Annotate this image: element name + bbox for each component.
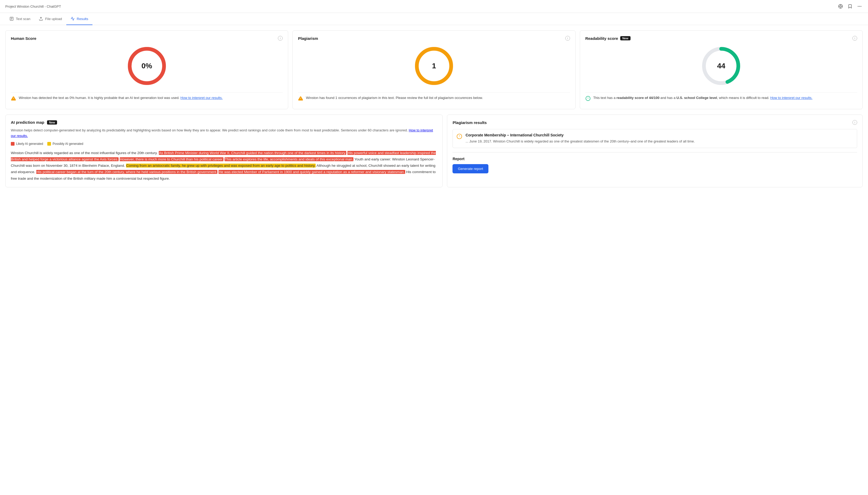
tab-file-upload-label: File upload	[45, 17, 62, 21]
plagiarism-results-title: Plagiarism results	[453, 120, 487, 125]
tab-text-scan[interactable]: Text scan	[5, 13, 35, 25]
plagiarism-results-header: Plagiarism results i	[453, 120, 857, 125]
human-score-donut: 0%	[126, 45, 168, 87]
tab-file-upload[interactable]: File upload	[35, 13, 66, 25]
score-cards-row: Human Score i 0% W	[5, 30, 863, 109]
ai-prediction-title: AI prediction map	[11, 120, 44, 124]
plagiarism-header: Plagiarism i	[298, 36, 570, 41]
ai-prediction-badge: New	[47, 120, 57, 124]
header-icon-group	[837, 3, 863, 10]
readability-link[interactable]: How to interpret our results.	[770, 96, 813, 100]
readability-badge: New	[620, 36, 630, 40]
legend-red-dot	[11, 142, 15, 146]
plagiarism-result-item: Corporate Membership – International Chu…	[453, 129, 857, 148]
readability-title: Readability score New	[585, 36, 630, 41]
legend-yellow-dot	[47, 142, 51, 146]
readability-donut: 44	[700, 45, 742, 87]
plag-source-title: Corporate Membership – International Chu…	[465, 133, 695, 137]
human-score-alert: Winston has detected the text as 0% huma…	[11, 92, 283, 104]
readability-info-icon[interactable]: i	[852, 36, 857, 41]
human-score-link[interactable]: How to interpret our results.	[180, 96, 223, 100]
human-score-info-icon[interactable]: i	[278, 36, 283, 41]
legend-likely-label: Likely AI generated	[16, 142, 43, 146]
report-title: Report	[453, 157, 857, 161]
readability-header: Readability score New i	[585, 36, 857, 41]
svg-point-1	[840, 5, 841, 7]
readability-card: Readability score New i 44	[580, 30, 863, 109]
plagiarism-results-info-icon[interactable]: i	[852, 120, 857, 125]
plagiarism-results-list: Corporate Membership – International Chu…	[453, 129, 857, 148]
ai-prediction-description: Winston helps detect computer-generated …	[11, 128, 437, 139]
ai-prediction-panel: AI prediction map New Winston helps dete…	[5, 115, 443, 187]
readability-alert-text: This text has a readability score of 44/…	[593, 95, 813, 101]
readability-chart: 44	[585, 45, 857, 87]
readability-alert: This text has a readability score of 44/…	[585, 92, 857, 104]
readability-value: 44	[717, 62, 725, 70]
svg-point-8	[861, 6, 862, 7]
plagiarism-card: Plagiarism i 1 Win	[292, 30, 575, 109]
segment-red-3: However, there is much more to Churchill…	[120, 157, 224, 161]
generate-report-button[interactable]: Generate report	[453, 164, 488, 173]
ai-prediction-legend: Likely AI generated Possibly AI generate…	[11, 142, 437, 146]
segment-red-4: This article explores the life, accompli…	[225, 157, 354, 161]
bookmark-icon[interactable]	[847, 3, 853, 10]
nav-tabs: Text scan File upload Results	[0, 13, 868, 25]
human-score-title: Human Score	[11, 36, 36, 41]
app-title: Project Winston Churchill - ChatGPT	[5, 4, 61, 8]
plagiarism-alert-text: Winston has found 1 occurrences of plagi…	[306, 95, 483, 101]
human-score-alert-text: Winston has detected the text as 0% huma…	[19, 95, 223, 101]
plagiarism-chart: 1	[298, 45, 570, 87]
plag-source-text: ... June 19, 2017. Winston Churchill is …	[465, 139, 695, 144]
ai-prediction-header: AI prediction map New	[11, 120, 437, 124]
plagiarism-warn-icon	[298, 96, 303, 101]
tab-results-label: Results	[77, 17, 88, 21]
readability-info-alert-icon	[585, 96, 591, 101]
legend-possibly-label: Possibly AI generated	[52, 142, 83, 146]
legend-possibly-ai: Possibly AI generated	[47, 142, 83, 146]
human-score-chart: 0%	[11, 45, 283, 87]
bottom-section: AI prediction map New Winston helps dete…	[5, 115, 863, 187]
segment-yellow-1: Coming from an aristocratic family, he g…	[126, 164, 316, 168]
segment-red-6: He was elected Member of Parliament in 1…	[218, 170, 405, 174]
tab-text-scan-label: Text scan	[16, 17, 30, 21]
legend-likely-ai: Likely AI generated	[11, 142, 43, 146]
tab-results[interactable]: Results	[66, 13, 93, 25]
main-content: Human Score i 0% W	[0, 25, 868, 193]
plagiarism-value: 1	[432, 62, 436, 70]
svg-point-7	[859, 6, 860, 7]
plag-warn-icon	[456, 134, 462, 139]
plagiarism-info-icon[interactable]: i	[565, 36, 570, 41]
ai-prediction-text: Winston Churchill is widely regarded as …	[11, 150, 437, 182]
segment-red-5: His political career began at the turn o…	[36, 170, 217, 174]
human-score-warn-icon	[11, 96, 16, 101]
more-icon[interactable]	[856, 3, 863, 10]
svg-point-6	[858, 6, 858, 7]
plag-result-content: Corporate Membership – International Chu…	[465, 133, 695, 144]
human-score-header: Human Score i	[11, 36, 283, 41]
plagiarism-results-panel: Plagiarism results i Corporate Membershi…	[447, 115, 863, 187]
human-score-card: Human Score i 0% W	[5, 30, 288, 109]
app-header: Project Winston Churchill - ChatGPT	[0, 0, 868, 13]
human-score-value: 0%	[141, 62, 152, 70]
plagiarism-donut: 1	[413, 45, 455, 87]
report-section: Report Generate report	[453, 152, 857, 173]
plagiarism-alert: Winston has found 1 occurrences of plagi…	[298, 92, 570, 104]
plagiarism-title: Plagiarism	[298, 36, 318, 41]
target-icon[interactable]	[837, 3, 844, 10]
segment-red-1: As British Prime Minister during World W…	[159, 151, 347, 155]
